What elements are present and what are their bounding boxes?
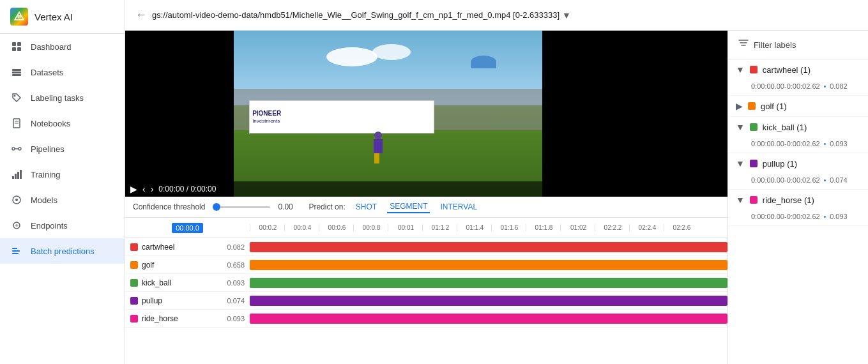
- datasets-icon: [10, 66, 23, 79]
- app-name: Vertex AI: [34, 11, 73, 22]
- sidebar-label-batch: Batch predictions: [31, 246, 95, 256]
- video-section: PIONEERInvestments ▶ ‹: [125, 31, 727, 364]
- sidebar-label-training: Training: [31, 170, 60, 179]
- svg-rect-3: [17, 42, 21, 46]
- ruler-tick: 00:0.4: [284, 224, 319, 231]
- labels-list: ▼ cartwheel (1) 0:00:00.00-0:00:02.62 • …: [728, 59, 868, 226]
- svg-rect-24: [12, 250, 20, 252]
- svg-point-21: [15, 199, 18, 201]
- svg-rect-18: [17, 172, 19, 179]
- prev-frame-button[interactable]: ‹: [142, 184, 146, 194]
- svg-point-9: [14, 95, 16, 97]
- time-display: 0:00:00 / 0:00:00: [158, 185, 216, 193]
- expand-icon: ▼: [736, 64, 745, 75]
- endpoint-icon: [10, 219, 23, 232]
- predict-shot-button[interactable]: SHOT: [353, 201, 379, 213]
- current-time-marker: 00:00.0: [172, 223, 203, 233]
- cloud2: [372, 44, 411, 60]
- row-label-area: golf 0.658: [125, 261, 250, 269]
- label-time-range: 0:00:00.00-0:00:02.62: [751, 176, 820, 184]
- label-color: [750, 160, 758, 167]
- label-score-dot: •: [824, 177, 826, 184]
- sidebar-label-labeling: Labeling tasks: [31, 93, 84, 103]
- sidebar: Vertex AI Dashboard Datasets Labeling ta…: [0, 0, 125, 364]
- slider-thumb[interactable]: [213, 203, 220, 211]
- row-color-swatch: [130, 279, 138, 287]
- label-header[interactable]: ▼ pullup (1): [728, 153, 868, 174]
- label-header[interactable]: ▼ cartwheel (1): [728, 59, 868, 80]
- row-bar-area[interactable]: [250, 310, 727, 327]
- row-color-swatch: [130, 261, 138, 269]
- label-entry: ▶ golf (1): [728, 96, 868, 117]
- row-color-swatch: [130, 297, 138, 305]
- sidebar-item-batch[interactable]: Batch predictions: [0, 238, 125, 264]
- row-bar-area[interactable]: [250, 238, 727, 255]
- label-score: 0.082: [830, 82, 848, 90]
- logo-icon: [10, 8, 28, 26]
- filter-label: Filter labels: [754, 40, 796, 50]
- label-header[interactable]: ▼ ride_horse (1): [728, 190, 868, 210]
- sidebar-item-pipelines[interactable]: Pipelines: [0, 136, 125, 162]
- timeline-row: pullup 0.074: [125, 292, 727, 310]
- label-name: pullup (1): [763, 159, 860, 169]
- row-label: golf: [142, 261, 218, 269]
- ruler-tick: 01:02: [560, 224, 595, 231]
- row-label: kick_ball: [142, 278, 218, 287]
- svg-point-14: [19, 148, 21, 150]
- label-score: 0.074: [830, 176, 848, 184]
- sidebar-item-training[interactable]: Training: [0, 162, 125, 187]
- row-label-area: ride_horse 0.093: [125, 314, 250, 323]
- play-button[interactable]: ▶: [130, 184, 137, 194]
- ruler-tick: 01:1.8: [526, 224, 560, 231]
- label-header[interactable]: ▼ kick_ball (1): [728, 117, 868, 137]
- timeline-row: golf 0.658: [125, 256, 727, 274]
- row-bar: [250, 296, 727, 306]
- training-icon: [10, 168, 23, 181]
- back-button[interactable]: ←: [135, 8, 147, 22]
- label-name: kick_ball (1): [763, 123, 860, 132]
- label-entry: ▼ cartwheel (1) 0:00:00.00-0:00:02.62 • …: [728, 59, 868, 96]
- dropdown-icon[interactable]: ▼: [562, 10, 571, 20]
- label-time-range: 0:00:00.00-0:00:02.62: [751, 213, 820, 220]
- timeline-row: cartwheel 0.082: [125, 238, 727, 256]
- sidebar-item-models[interactable]: Models: [0, 187, 125, 213]
- app-logo: Vertex AI: [0, 0, 125, 34]
- ruler-tick: 00:0.6: [319, 224, 353, 231]
- label-name: cartwheel (1): [763, 65, 860, 75]
- confidence-slider[interactable]: [213, 206, 270, 208]
- svg-rect-2: [12, 42, 16, 46]
- sidebar-label-notebooks: Notebooks: [31, 119, 70, 128]
- sidebar-item-datasets[interactable]: Datasets: [0, 59, 125, 85]
- cloud1: [326, 47, 377, 66]
- row-bar-area[interactable]: [250, 256, 727, 273]
- predict-interval-button[interactable]: INTERVAL: [438, 201, 480, 213]
- sidebar-item-dashboard[interactable]: Dashboard: [0, 34, 125, 59]
- label-detail: 0:00:00.00-0:00:02.62 • 0.082: [728, 80, 868, 95]
- row-bar: [250, 278, 727, 288]
- ruler-tick: 01:1.2: [422, 224, 457, 231]
- grid-icon: [10, 40, 23, 53]
- golfer-silhouette: [372, 132, 384, 163]
- label-detail: 0:00:00.00-0:00:02.62 • 0.093: [728, 210, 868, 225]
- label-header[interactable]: ▶ golf (1): [728, 96, 868, 116]
- confidence-value: 0.00: [278, 202, 296, 211]
- row-bar-area[interactable]: [250, 274, 727, 291]
- label-score-dot: •: [824, 213, 826, 220]
- svg-rect-6: [12, 69, 21, 71]
- sidebar-item-labeling[interactable]: Labeling tasks: [0, 85, 125, 110]
- row-bar-area[interactable]: [250, 292, 727, 309]
- label-score: 0.093: [830, 140, 848, 148]
- sidebar-item-endpoints[interactable]: Endpoints: [0, 213, 125, 238]
- right-panel: Filter labels ▼ cartwheel (1) 0:00:00.00…: [727, 31, 868, 364]
- predict-segment-button[interactable]: SEGMENT: [387, 201, 430, 213]
- next-frame-button[interactable]: ›: [151, 184, 154, 194]
- label-entry: ▼ pullup (1) 0:00:00.00-0:00:02.62 • 0.0…: [728, 153, 868, 190]
- svg-rect-7: [12, 72, 21, 73]
- label-detail: 0:00:00.00-0:00:02.62 • 0.074: [728, 174, 868, 189]
- label-score-dot: •: [824, 140, 826, 148]
- timeline-label-col: 00:00.0: [125, 223, 250, 233]
- row-label-area: cartwheel 0.082: [125, 243, 250, 252]
- sidebar-item-notebooks[interactable]: Notebooks: [0, 110, 125, 136]
- sidebar-label-models: Models: [31, 195, 57, 205]
- content-area: PIONEERInvestments ▶ ‹: [125, 31, 868, 364]
